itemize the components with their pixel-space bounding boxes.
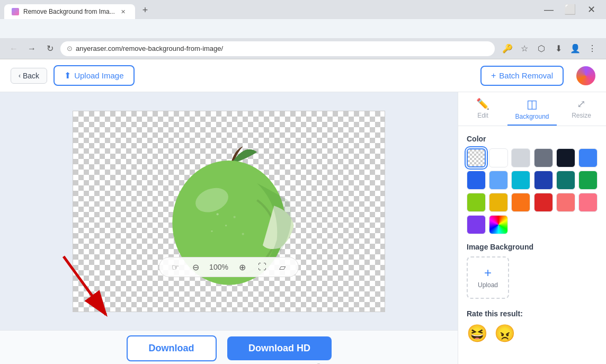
download-nav-icon[interactable]: ⬇: [551, 41, 566, 56]
right-panel: ✏️ Edit ◫ Background ⤢ Resize Color: [458, 92, 606, 364]
canvas-section: ☞ ⊖ 100% ⊕ ⛶ ▱ Download Preview image: 8…: [0, 92, 458, 364]
forward-nav-button[interactable]: →: [24, 41, 39, 56]
download-hd-col: Download HD Full image: 5760 x 3840 px ⓘ: [227, 336, 332, 364]
back-nav-button[interactable]: ←: [6, 41, 21, 56]
back-label: Back: [23, 72, 39, 80]
upload-background-button[interactable]: + Upload: [467, 256, 509, 299]
rate-title: Rate this result:: [467, 309, 598, 318]
background-tab-label: Background: [515, 113, 549, 120]
image-background-section: Image Background + Upload: [467, 243, 598, 299]
green-swatch[interactable]: [578, 171, 598, 190]
new-tab-button[interactable]: +: [135, 2, 156, 19]
batch-label: Batch Removal: [499, 71, 553, 80]
download-hd-button[interactable]: Download HD: [227, 336, 332, 360]
back-chevron-icon: ‹: [19, 72, 21, 79]
image-bg-title: Image Background: [467, 243, 598, 251]
maximize-button[interactable]: ⬜: [564, 3, 576, 16]
dark-blue-swatch[interactable]: [467, 171, 486, 190]
zoom-level: 100%: [208, 263, 229, 271]
canvas-controls: ☞ ⊖ 100% ⊕ ⛶ ▱: [159, 257, 299, 277]
upload-label: Upload Image: [74, 71, 123, 80]
title-bar: Remove Background from Ima... ✕ + — ⬜ ✕: [0, 0, 606, 19]
svg-point-7: [234, 216, 236, 218]
yellow-swatch[interactable]: [489, 193, 508, 212]
panel-tabs: ✏️ Edit ◫ Background ⤢ Resize: [458, 92, 606, 126]
tab-close-button[interactable]: ✕: [119, 7, 128, 16]
black-swatch[interactable]: [556, 148, 575, 167]
blue-swatch[interactable]: [578, 148, 598, 167]
background-tab[interactable]: ◫ Background: [507, 92, 557, 126]
cyan-swatch[interactable]: [511, 171, 530, 190]
extensions-icon[interactable]: ⬡: [534, 41, 549, 56]
upload-icon: ⬆: [64, 70, 71, 81]
transparent-swatch[interactable]: [467, 148, 486, 167]
zoom-in-button[interactable]: ⊕: [235, 260, 249, 274]
upload-bg-label: Upload: [478, 281, 498, 289]
zoom-out-button[interactable]: ⊖: [188, 260, 203, 274]
rate-emojis: 😆 😠: [467, 323, 598, 343]
angry-emoji[interactable]: 😠: [494, 323, 515, 343]
edit-tab-label: Edit: [477, 112, 488, 119]
svg-point-5: [217, 213, 219, 215]
teal-swatch[interactable]: [556, 171, 575, 190]
plus-icon: +: [491, 71, 496, 81]
sky-blue-swatch[interactable]: [489, 171, 508, 190]
profile-icon[interactable]: 👤: [568, 41, 583, 56]
active-tab[interactable]: Remove Background from Ima... ✕: [4, 4, 135, 19]
navy-swatch[interactable]: [534, 171, 553, 190]
resize-tab[interactable]: ⤢ Resize: [557, 92, 606, 126]
red-swatch[interactable]: [534, 193, 553, 212]
url-text: anyeraser.com/remove-background-from-ima…: [76, 45, 488, 52]
refresh-button[interactable]: ↻: [42, 41, 57, 56]
image-canvas: [73, 111, 385, 312]
app-toolbar: ‹ Back ⬆ Upload Image + Batch Removal: [0, 59, 606, 92]
url-bar[interactable]: ⊙ anyeraser.com/remove-background-from-i…: [60, 41, 495, 56]
bookmark-icon[interactable]: ☆: [517, 41, 532, 56]
gray-swatch[interactable]: [534, 148, 553, 167]
rate-section: Rate this result: 😆 😠: [467, 309, 598, 343]
pan-tool-button[interactable]: ☞: [168, 260, 183, 274]
download-col: Download Preview image: 800 x 533 px ⓘ: [126, 335, 217, 364]
split-view-button[interactable]: ▱: [275, 260, 290, 274]
edit-tab-icon: ✏️: [476, 97, 489, 110]
svg-point-9: [242, 233, 244, 235]
light-red-swatch[interactable]: [556, 193, 575, 212]
password-icon[interactable]: 🔑: [500, 41, 515, 56]
svg-point-6: [225, 225, 227, 226]
close-button[interactable]: ✕: [585, 3, 598, 16]
resize-tab-icon: ⤢: [577, 97, 586, 110]
purple-swatch[interactable]: [467, 215, 486, 234]
lime-swatch[interactable]: [467, 193, 486, 212]
resize-tab-label: Resize: [572, 112, 591, 119]
upload-bg-plus-icon: +: [484, 267, 492, 279]
nav-toolbar: ← → ↻ ⊙ anyeraser.com/remove-background-…: [0, 38, 606, 59]
white-swatch[interactable]: [489, 148, 508, 167]
menu-icon[interactable]: ⋮: [585, 41, 600, 56]
panel-body: Color: [458, 126, 606, 364]
happy-emoji[interactable]: 😆: [467, 323, 488, 343]
download-button[interactable]: Download: [127, 335, 217, 361]
upload-image-button[interactable]: ⬆ Upload Image: [54, 65, 134, 86]
fit-screen-button[interactable]: ⛶: [255, 260, 270, 274]
canvas-inner: ☞ ⊖ 100% ⊕ ⛶ ▱: [0, 92, 458, 330]
tab-favicon: [12, 8, 19, 15]
minimize-button[interactable]: —: [542, 3, 555, 16]
edit-tab[interactable]: ✏️ Edit: [458, 92, 507, 126]
rainbow-swatch[interactable]: [489, 215, 508, 234]
batch-removal-button[interactable]: + Batch Removal: [480, 66, 564, 86]
background-tab-icon: ◫: [527, 97, 538, 111]
pink-swatch[interactable]: [578, 193, 598, 212]
tab-title: Remove Background from Ima...: [23, 8, 115, 15]
bottom-bar: Download Preview image: 800 x 533 px ⓘ D…: [0, 330, 458, 364]
content-area: ☞ ⊖ 100% ⊕ ⛶ ▱ Download Preview image: 8…: [0, 92, 606, 364]
color-grid: [467, 148, 598, 234]
back-button[interactable]: ‹ Back: [11, 68, 47, 84]
color-section-title: Color: [467, 135, 598, 143]
avatar[interactable]: [576, 66, 595, 85]
svg-point-8: [211, 230, 212, 232]
light-gray-swatch[interactable]: [511, 148, 530, 167]
orange-swatch[interactable]: [511, 193, 530, 212]
